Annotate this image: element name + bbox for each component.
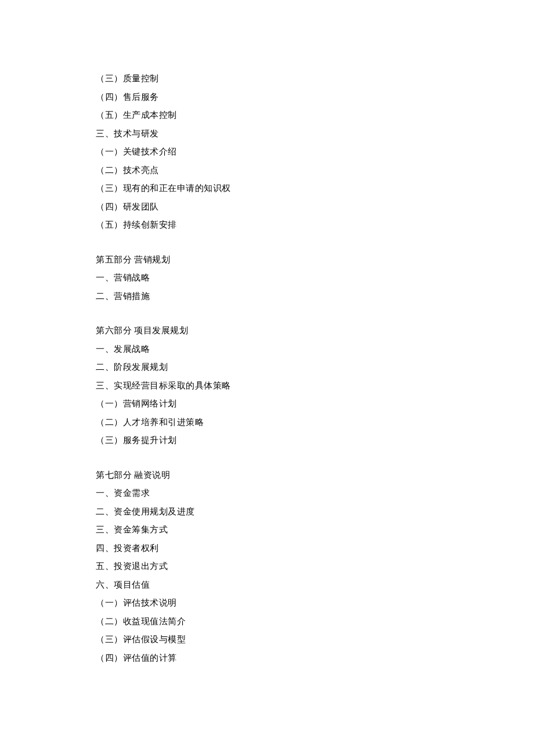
- toc-line: （二）收益现值法简介: [96, 613, 444, 631]
- toc-line: 一、发展战略: [96, 340, 444, 359]
- toc-line: （四）研发团队: [96, 198, 444, 217]
- section-heading: 第七部分 融资说明: [96, 466, 444, 485]
- toc-line: （二）技术亮点: [96, 161, 444, 180]
- toc-line: 三、实现经营目标采取的具体策略: [96, 377, 444, 395]
- toc-line: 三、技术与研发: [96, 125, 444, 143]
- toc-line: 三、资金筹集方式: [96, 521, 444, 539]
- toc-line: （二）人才培养和引进策略: [96, 413, 444, 432]
- section-heading: 第六部分 项目发展规划: [96, 322, 444, 340]
- toc-line: （五）持续创新安排: [96, 216, 444, 235]
- toc-line: （三）现有的和正在申请的知识权: [96, 179, 444, 198]
- toc-line: （三）评估假设与模型: [96, 631, 444, 649]
- toc-line: 一、营销战略: [96, 269, 444, 287]
- toc-line: 四、投资者权利: [96, 539, 444, 558]
- toc-line: （一）关键技术介绍: [96, 143, 444, 161]
- toc-line: 一、资金需求: [96, 484, 444, 503]
- toc-line: （四）售后服务: [96, 88, 444, 107]
- document-content: （三）质量控制 （四）售后服务 （五）生产成本控制 三、技术与研发 （一）关键技…: [96, 70, 444, 667]
- toc-line: （三）服务提升计划: [96, 431, 444, 450]
- toc-line: （一）营销网络计划: [96, 395, 444, 413]
- toc-line: 六、项目估值: [96, 576, 444, 595]
- toc-line: （一）评估技术说明: [96, 594, 444, 613]
- toc-line: 二、阶段发展规划: [96, 358, 444, 377]
- section-heading: 第五部分 营销规划: [96, 251, 444, 269]
- toc-line: （四）评估值的计算: [96, 649, 444, 668]
- toc-line: 二、资金使用规划及进度: [96, 503, 444, 521]
- toc-line: （五）生产成本控制: [96, 106, 444, 125]
- toc-line: 二、营销措施: [96, 287, 444, 306]
- toc-line: （三）质量控制: [96, 70, 444, 88]
- toc-line: 五、投资退出方式: [96, 557, 444, 576]
